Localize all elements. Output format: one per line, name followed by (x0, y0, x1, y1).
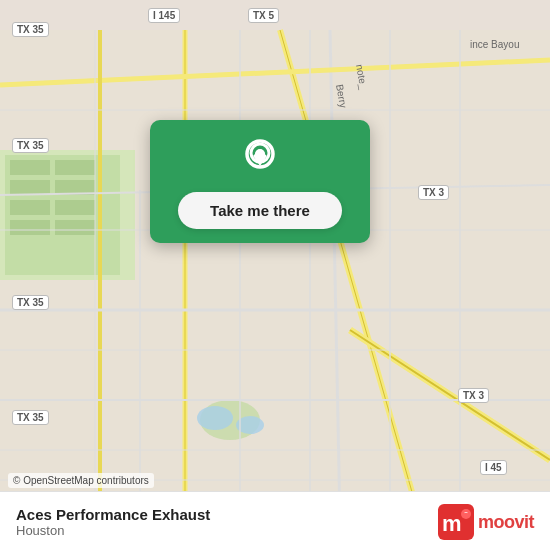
svg-rect-5 (10, 200, 50, 215)
moovit-text: moovit (478, 512, 534, 533)
moovit-m-icon: m (438, 504, 474, 540)
svg-rect-6 (10, 220, 50, 235)
svg-rect-10 (55, 220, 95, 235)
svg-rect-9 (55, 200, 95, 215)
road-label-tx35-top: TX 35 (12, 22, 49, 37)
svg-rect-7 (55, 160, 95, 175)
road-label-tx35-lower: TX 35 (12, 295, 49, 310)
location-pin-icon (238, 138, 282, 182)
road-label-tx35-mid: TX 35 (12, 138, 49, 153)
moovit-logo: m moovit (438, 504, 534, 540)
road-label-tx5-top: TX 5 (248, 8, 279, 23)
road-label-tx35-bottom: TX 35 (12, 410, 49, 425)
svg-rect-3 (10, 160, 50, 175)
road-label-i45-bottom: I 45 (480, 460, 507, 475)
bottom-bar: Aces Performance Exhaust Houston m moovi… (0, 491, 550, 550)
map-background: Berry note_ ince Bayou (0, 0, 550, 550)
svg-text:ince Bayou: ince Bayou (470, 39, 519, 50)
map-container: Berry note_ ince Bayou TX 35 I 145 TX 5 … (0, 0, 550, 550)
place-city: Houston (16, 523, 210, 538)
take-me-there-button[interactable]: Take me there (178, 192, 342, 229)
place-info: Aces Performance Exhaust Houston (16, 506, 210, 538)
location-popup: Take me there (150, 120, 370, 243)
place-name: Aces Performance Exhaust (16, 506, 210, 523)
road-label-tx3-bottom: TX 3 (458, 388, 489, 403)
road-label-i145-top: I 145 (148, 8, 180, 23)
svg-rect-4 (10, 180, 50, 195)
osm-credit: © OpenStreetMap contributors (8, 473, 154, 488)
svg-text:m: m (442, 511, 462, 536)
svg-point-12 (197, 406, 233, 430)
road-label-tx3-mid: TX 3 (418, 185, 449, 200)
